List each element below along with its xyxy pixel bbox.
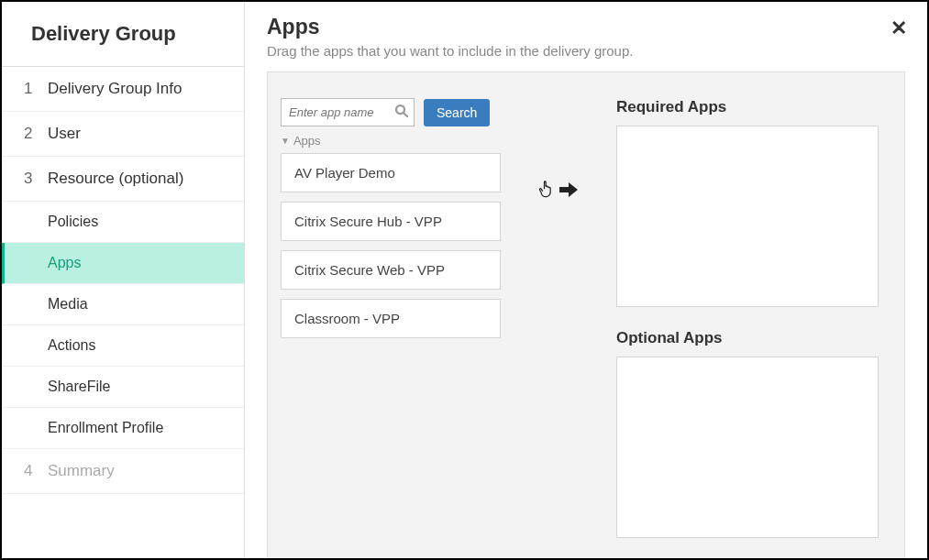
search-icon bbox=[393, 103, 410, 123]
app-item[interactable]: Citrix Secure Web - VPP bbox=[281, 250, 501, 290]
sidebar-item-actions[interactable]: Actions bbox=[2, 325, 244, 367]
sidebar-step-user[interactable]: 2 User bbox=[2, 112, 244, 157]
svg-line-1 bbox=[404, 113, 408, 117]
drag-indicator bbox=[537, 179, 580, 201]
sidebar-step-delivery-group-info[interactable]: 1 Delivery Group Info bbox=[2, 67, 244, 112]
step-number: 1 bbox=[24, 80, 39, 98]
drag-indicator-col bbox=[536, 98, 581, 560]
sidebar-title: Delivery Group bbox=[2, 2, 244, 67]
step-label: Resource (optional) bbox=[48, 170, 183, 188]
page-subtitle: Drag the apps that you want to include i… bbox=[267, 43, 905, 59]
pointer-icon bbox=[537, 179, 556, 201]
sidebar-item-apps[interactable]: Apps bbox=[2, 243, 244, 284]
close-button[interactable]: ✕ bbox=[890, 18, 907, 38]
sidebar: Delivery Group 1 Delivery Group Info 2 U… bbox=[2, 2, 245, 558]
svg-point-0 bbox=[396, 105, 404, 114]
chevron-down-icon: ▼ bbox=[281, 136, 290, 146]
app-item[interactable]: AV Player Demo bbox=[281, 153, 501, 192]
arrow-right-icon bbox=[558, 181, 580, 198]
apps-header-label: Apps bbox=[293, 134, 321, 148]
available-apps-col: Search ▼ Apps AV Player Demo Citrix Secu… bbox=[281, 98, 501, 560]
sidebar-step-resource[interactable]: 3 Resource (optional) bbox=[2, 157, 244, 202]
sidebar-item-enrollment-profile[interactable]: Enrollment Profile bbox=[2, 408, 244, 449]
page-title: Apps bbox=[267, 15, 905, 39]
apps-panel: Search ▼ Apps AV Player Demo Citrix Secu… bbox=[267, 71, 905, 560]
step-number: 3 bbox=[24, 170, 39, 188]
step-label: Summary bbox=[48, 462, 115, 480]
search-button[interactable]: Search bbox=[424, 99, 490, 126]
sidebar-item-sharefile[interactable]: ShareFile bbox=[2, 367, 244, 408]
optional-apps-dropzone[interactable] bbox=[616, 357, 879, 538]
step-number: 4 bbox=[24, 462, 39, 480]
sidebar-item-policies[interactable]: Policies bbox=[2, 202, 244, 243]
optional-apps-title: Optional Apps bbox=[616, 329, 879, 347]
search-input-wrap bbox=[281, 98, 415, 126]
step-number: 2 bbox=[24, 125, 39, 143]
sidebar-step-summary[interactable]: 4 Summary bbox=[2, 449, 244, 494]
main-panel: ✕ Apps Drag the apps that you want to in… bbox=[245, 2, 927, 558]
target-apps-col: Required Apps Optional Apps bbox=[616, 98, 879, 560]
step-label: User bbox=[48, 125, 81, 143]
search-row: Search bbox=[281, 98, 501, 126]
step-label: Delivery Group Info bbox=[48, 80, 182, 98]
app-item[interactable]: Classroom - VPP bbox=[281, 299, 501, 338]
app-item[interactable]: Citrix Secure Hub - VPP bbox=[281, 202, 501, 241]
required-apps-title: Required Apps bbox=[616, 98, 879, 116]
apps-list-header[interactable]: ▼ Apps bbox=[281, 134, 501, 148]
sidebar-item-media[interactable]: Media bbox=[2, 284, 244, 325]
required-apps-dropzone[interactable] bbox=[616, 126, 879, 307]
